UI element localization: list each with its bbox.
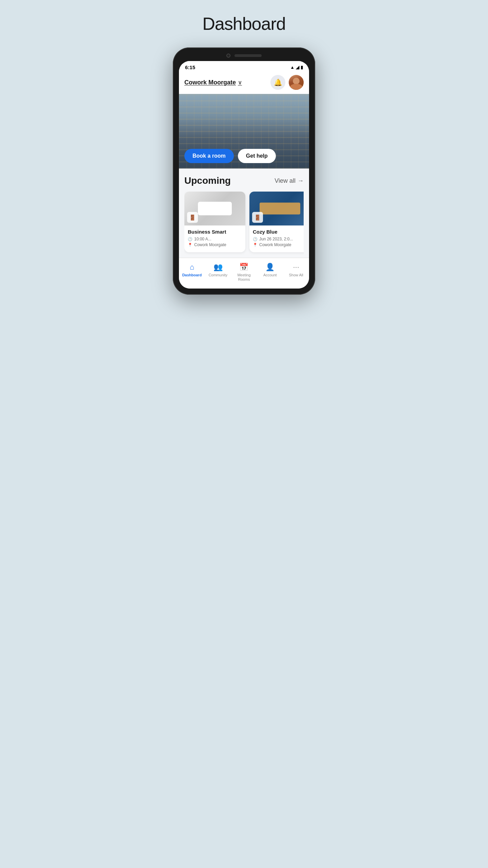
location-icon: 📍: [188, 243, 192, 247]
status-time: 6:15: [185, 64, 195, 70]
phone-frame: 6:15 ▲ ◢ ▮ Cowork Moorgate ∨ 🔔: [173, 47, 315, 295]
nav-item-show-all[interactable]: ··· Show All: [283, 261, 309, 283]
bell-icon: 🔔: [274, 78, 282, 86]
room-card-info: Business Smart 🕐 10:00 A... 📍 Cowork Moo…: [184, 225, 245, 252]
location-name: Cowork Moorgate: [184, 79, 236, 86]
room-card-image-blue: 🚪: [249, 192, 304, 225]
nav-item-community[interactable]: 👥 Community: [205, 261, 231, 283]
avatar[interactable]: [289, 75, 304, 90]
nav-label-account: Account: [263, 273, 277, 277]
location-icon-2: 📍: [253, 243, 258, 247]
nav-item-dashboard[interactable]: ⌂ Dashboard: [179, 261, 205, 283]
chevron-down-icon: ∨: [238, 79, 242, 86]
avatar-image: [289, 75, 304, 90]
view-all-link[interactable]: View all →: [274, 177, 304, 184]
account-icon: 👤: [265, 263, 274, 272]
more-icon: ···: [293, 263, 299, 272]
room-card-cozy-blue[interactable]: 🚪 Cozy Blue 🕐 Jun 26 2023, 2:0... 📍 Cowo…: [249, 192, 304, 252]
header-actions: 🔔: [270, 75, 304, 90]
upcoming-cards-row: 🚪 Business Smart 🕐 10:00 A... 📍 Cowork M…: [184, 192, 304, 258]
room-location: 📍 Cowork Moorgate: [188, 242, 242, 247]
upcoming-title: Upcoming: [184, 175, 231, 186]
upcoming-section: Upcoming View all → 🚪 Business Smart: [179, 169, 309, 258]
clock-icon-2: 🕐: [253, 237, 258, 241]
room-card-business-smart[interactable]: 🚪 Business Smart 🕐 10:00 A... 📍 Cowork M…: [184, 192, 245, 252]
phone-top-bar: [179, 54, 309, 58]
get-help-button[interactable]: Get help: [238, 149, 276, 163]
nav-label-community: Community: [208, 273, 227, 277]
nav-item-account[interactable]: 👤 Account: [257, 261, 283, 283]
room-time-value-2: Jun 26 2023, 2:0...: [259, 237, 293, 241]
signal-icon: ◢: [296, 65, 299, 70]
view-all-label: View all: [274, 177, 296, 184]
app-header: Cowork Moorgate ∨ 🔔: [179, 72, 309, 94]
room-location-value: Cowork Moorgate: [194, 242, 226, 247]
room-time-2: 🕐 Jun 26 2023, 2:0...: [253, 237, 304, 241]
page-title: Dashboard: [202, 14, 285, 34]
room-name-2: Cozy Blue: [253, 229, 304, 235]
upcoming-header: Upcoming View all →: [184, 175, 304, 186]
room-time-value: 10:00 A...: [194, 237, 211, 241]
door-icon: 🚪: [187, 212, 198, 223]
wifi-icon: ▲: [290, 65, 294, 70]
room-card-info-2: Cozy Blue 🕐 Jun 26 2023, 2:0... 📍 Cowork…: [249, 225, 304, 252]
room-card-image-business: 🚪: [184, 192, 245, 225]
notification-button[interactable]: 🔔: [270, 75, 285, 90]
bottom-nav: ⌂ Dashboard 👥 Community 📅 MeetingRooms 👤…: [179, 258, 309, 289]
calendar-icon: 📅: [239, 263, 248, 272]
home-icon: ⌂: [190, 263, 194, 272]
room-time: 🕐 10:00 A...: [188, 237, 242, 241]
status-icons: ▲ ◢ ▮: [290, 65, 303, 70]
status-bar: 6:15 ▲ ◢ ▮: [179, 61, 309, 72]
nav-label-show-all: Show All: [289, 273, 303, 277]
room-location-2: 📍 Cowork Moorgate: [253, 242, 304, 247]
hero-buttons: Book a room Get help: [184, 149, 276, 163]
clock-icon: 🕐: [188, 237, 192, 241]
nav-label-meeting-rooms: MeetingRooms: [237, 273, 250, 282]
door-icon-2: 🚪: [252, 212, 263, 223]
book-room-button[interactable]: Book a room: [184, 149, 234, 163]
phone-screen: 6:15 ▲ ◢ ▮ Cowork Moorgate ∨ 🔔: [179, 61, 309, 289]
speaker-grille: [235, 54, 262, 57]
nav-label-dashboard: Dashboard: [182, 273, 202, 277]
room-location-value-2: Cowork Moorgate: [259, 242, 291, 247]
arrow-right-icon: →: [298, 177, 304, 184]
community-icon: 👥: [214, 263, 223, 272]
location-selector[interactable]: Cowork Moorgate ∨: [184, 79, 242, 86]
nav-item-meeting-rooms[interactable]: 📅 MeetingRooms: [231, 261, 257, 283]
hero-image: Book a room Get help: [179, 94, 309, 169]
front-camera: [226, 54, 230, 58]
room-name: Business Smart: [188, 229, 242, 235]
battery-icon: ▮: [301, 65, 303, 70]
